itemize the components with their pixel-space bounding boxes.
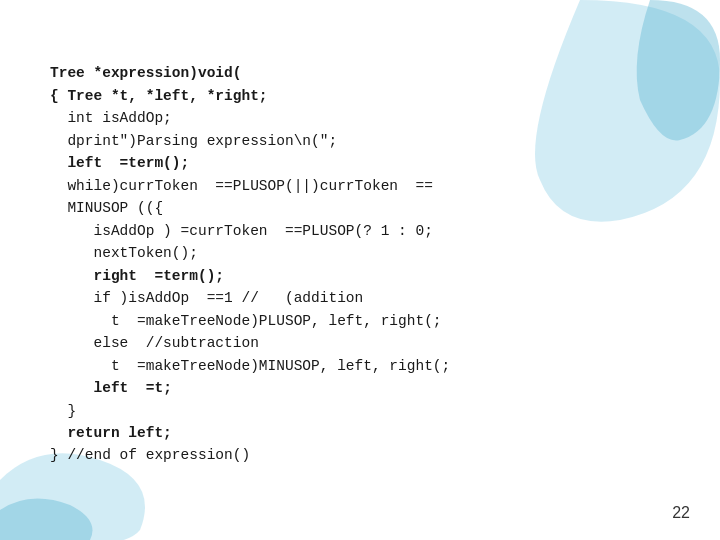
code-line-16: } xyxy=(50,403,76,419)
code-line-2: { Tree *t, *left, *right; xyxy=(50,88,268,104)
code-line-14: t =makeTreeNode)MINUSOP, left, right(; xyxy=(50,358,450,374)
code-line-11: if )isAddOp ==1 // (addition xyxy=(50,290,363,306)
code-line-7: MINUSOP (({ xyxy=(50,200,163,216)
code-line-1: Tree *expression)void( xyxy=(50,65,241,81)
code-line-15: left =t; xyxy=(50,380,172,396)
code-line-9: nextToken(); xyxy=(50,245,198,261)
code-line-10: right =term(); xyxy=(50,268,224,284)
code-line-3: int isAddOp; xyxy=(50,110,172,126)
code-block: Tree *expression)void( { Tree *t, *left,… xyxy=(50,40,670,489)
code-line-17: return left; xyxy=(50,425,172,441)
code-line-5: left =term(); xyxy=(50,155,189,171)
code-line-8: isAddOp ) =currToken ==PLUSOP(? 1 : 0; xyxy=(50,223,433,239)
code-line-4: dprint")Parsing expression\n("; xyxy=(50,133,337,149)
code-line-13: else //subtraction xyxy=(50,335,259,351)
code-line-6: while)currToken ==PLUSOP(||)currToken == xyxy=(50,178,433,194)
code-line-12: t =makeTreeNode)PLUSOP, left, right(; xyxy=(50,313,442,329)
code-line-18: } //end of expression() xyxy=(50,447,250,463)
page-number: 22 xyxy=(672,504,690,522)
